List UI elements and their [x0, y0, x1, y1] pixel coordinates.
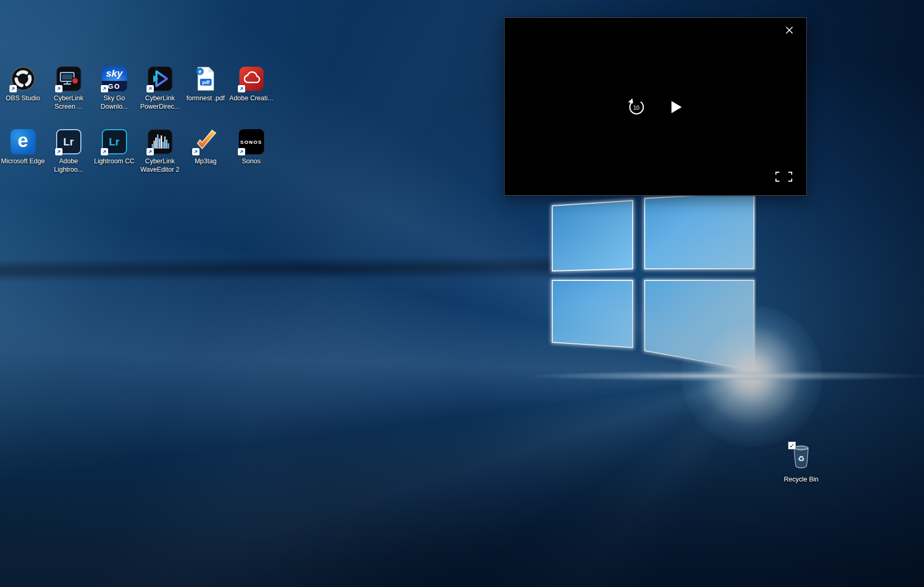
sky-logo-text: sky — [102, 66, 127, 81]
shortcut-arrow-icon — [101, 85, 108, 92]
desktop-icon-obs-studio[interactable]: OBS Studio — [0, 66, 46, 129]
icon-label: formnest .pdf — [186, 94, 225, 102]
shortcut-arrow-icon — [238, 148, 245, 155]
cyberlink-powerdirector-icon — [148, 66, 173, 91]
icon-label: CyberLink WaveEditor 2 — [138, 157, 183, 174]
desktop-icon-cyberlink-waveeditor[interactable]: CyberLink WaveEditor 2 — [137, 129, 183, 192]
icon-label: Sky Go Downlo... — [92, 94, 137, 111]
desktop-icon-microsoft-edge[interactable]: e Microsoft Edge — [0, 129, 46, 192]
shortcut-arrow-icon — [192, 148, 200, 155]
lightroom-letters: Lr — [109, 136, 120, 148]
lightroom-letters: Lr — [64, 136, 74, 148]
edge-badge-letter: e — [198, 68, 201, 75]
rewind-10-icon: 10 — [627, 98, 646, 117]
microsoft-edge-icon: e — [10, 129, 36, 154]
adobe-lightroom-icon: Lr — [56, 129, 81, 154]
shortcut-arrow-icon — [55, 148, 62, 155]
check-icon: ✓ — [789, 442, 794, 449]
sonos-text: SONOS — [240, 139, 262, 145]
desktop-icon-lightroom-cc[interactable]: Lr Lightroom CC — [91, 129, 137, 192]
icon-label: Adobe Creati... — [229, 94, 273, 102]
desktop-icon-mp3tag[interactable]: Mp3tag — [183, 129, 228, 192]
shortcut-arrow-icon — [146, 85, 154, 92]
desktop-icon-adobe-creative-cloud[interactable]: Adobe Creati... — [228, 66, 274, 129]
sonos-icon: SONOS — [239, 129, 264, 154]
icon-label: Mp3tag — [195, 157, 217, 165]
shortcut-arrow-icon — [146, 148, 154, 155]
icon-label: Lightroom CC — [94, 157, 134, 165]
icon-label: Sonos — [242, 157, 260, 165]
adobe-creative-cloud-icon — [239, 66, 264, 91]
sky-go-icon: sky GO — [102, 66, 127, 91]
shortcut-arrow-icon — [55, 85, 62, 92]
desktop-icon-cyberlink-screen-recorder[interactable]: CyberLink Screen ... — [46, 66, 91, 129]
icon-label: CyberLink Screen ... — [46, 94, 91, 111]
edge-letter: e — [17, 130, 28, 152]
icon-label: Adobe Lightroo... — [46, 157, 91, 174]
close-button[interactable] — [783, 24, 795, 36]
fullscreen-icon — [775, 172, 792, 182]
desktop-icon-sky-go[interactable]: sky GO Sky Go Downlo... — [91, 66, 137, 129]
icon-label: Microsoft Edge — [1, 157, 45, 165]
close-icon — [785, 26, 793, 34]
obs-studio-icon — [10, 66, 36, 91]
desktop-icon-formnest-pdf[interactable]: pdf e formnest .pdf — [183, 66, 228, 129]
mp3tag-icon — [193, 129, 218, 154]
shortcut-arrow-icon — [9, 85, 17, 92]
desktop-icon-adobe-lightroom[interactable]: Lr Adobe Lightroo... — [46, 129, 91, 192]
recycle-symbol: ♻ — [797, 454, 805, 464]
pdf-badge-text: pdf — [202, 80, 210, 85]
icon-label: OBS Studio — [6, 94, 40, 102]
selection-checkbox[interactable]: ✓ — [788, 442, 796, 449]
cyberlink-screen-recorder-icon — [56, 66, 81, 91]
desktop-icon-recycle-bin[interactable]: ✓ ♻ Recycle Bin — [777, 444, 825, 484]
play-button[interactable] — [666, 98, 685, 117]
player-controls: 10 — [505, 98, 806, 117]
lightroom-cc-icon: Lr — [102, 129, 127, 154]
video-player-window: 10 — [504, 17, 807, 196]
pdf-file-icon: pdf e — [193, 66, 218, 91]
icon-label: Recycle Bin — [784, 475, 818, 484]
cyberlink-waveeditor-icon — [148, 129, 173, 154]
rewind-seconds-label: 10 — [633, 104, 639, 111]
desktop-icon-cyberlink-powerdirector[interactable]: CyberLink PowerDirec... — [137, 66, 183, 129]
rewind-10-button[interactable]: 10 — [627, 98, 646, 117]
shortcut-arrow-icon — [101, 148, 108, 155]
icon-label: CyberLink PowerDirec... — [138, 94, 183, 111]
shortcut-arrow-icon — [238, 85, 245, 92]
play-icon — [666, 98, 685, 117]
fullscreen-button[interactable] — [775, 171, 793, 182]
desktop-icon-sonos[interactable]: SONOS Sonos — [228, 129, 274, 192]
recycle-bin-icon: ✓ ♻ — [789, 444, 814, 473]
desktop-icon-grid: OBS Studio CyberLink Screen ... sky GO — [0, 66, 274, 192]
